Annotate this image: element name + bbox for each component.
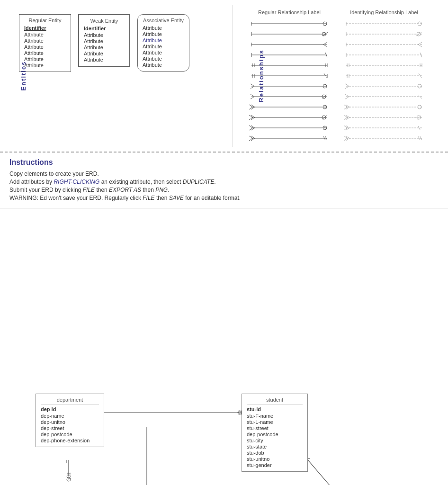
relationships-section: Relationships Regular Relationship Label xyxy=(232,5,443,147)
assoc-attr-2: Attribute xyxy=(143,31,184,37)
svg-line-43 xyxy=(251,117,255,120)
assoc-entity-title: Associative Entity xyxy=(143,18,184,23)
dept-title: department xyxy=(41,397,99,404)
svg-line-25 xyxy=(251,84,254,86)
svg-line-69 xyxy=(418,42,422,45)
svg-line-36 xyxy=(251,105,255,107)
svg-line-89 xyxy=(345,97,349,99)
relationships-label: Relationships xyxy=(258,49,265,102)
dept-attr-3: dep-street xyxy=(41,425,99,431)
dept-attr-5: dep-phone-extension xyxy=(41,438,99,443)
student-title: student xyxy=(247,397,303,404)
svg-line-108 xyxy=(346,128,349,130)
instructions-title: Instructions xyxy=(9,158,439,167)
id-rel-line-7 xyxy=(341,82,427,90)
assoc-attr-6: Attribute xyxy=(143,56,184,62)
id-rel-line-2 xyxy=(341,30,427,38)
weak-entity-box: Weak Entity Identifier Attribute Attribu… xyxy=(78,14,130,67)
export-text: EXPORT AS xyxy=(109,187,141,193)
svg-line-34 xyxy=(249,105,253,107)
svg-line-137 xyxy=(308,460,350,485)
regular-attr-4: Attribute xyxy=(24,50,66,56)
svg-line-70 xyxy=(418,45,422,47)
instruction-1: Copy elements to create your ERD. xyxy=(9,171,439,177)
svg-line-122 xyxy=(238,413,242,414)
svg-line-113 xyxy=(346,136,349,138)
identifying-rel-column: Identifying Relationship Label xyxy=(341,9,427,142)
id-rel-line-8 xyxy=(341,93,427,100)
stu-attr-2: stu-L-name xyxy=(247,419,303,425)
regular-attr-6: Attribute xyxy=(24,63,66,68)
save-text: SAVE xyxy=(169,195,184,201)
svg-line-93 xyxy=(344,107,348,109)
svg-line-85 xyxy=(345,86,349,89)
svg-point-120 xyxy=(238,411,242,414)
svg-line-98 xyxy=(344,115,348,117)
assoc-attr-4: Attribute xyxy=(143,44,184,49)
svg-line-112 xyxy=(344,138,348,141)
regular-entity-title: Regular Entity xyxy=(24,18,66,23)
svg-line-94 xyxy=(346,105,349,107)
weak-entity-title: Weak Entity xyxy=(84,18,125,24)
erd-department[interactable]: department dep id dep-name dep-unitno de… xyxy=(36,394,104,447)
rel-line-2 xyxy=(247,30,332,38)
svg-line-99 xyxy=(344,117,348,120)
svg-line-54 xyxy=(249,136,253,138)
dept-attr-1: dep-name xyxy=(41,413,99,419)
id-rel-line-9 xyxy=(341,103,427,111)
svg-line-126 xyxy=(67,476,69,479)
legend-area: Entities Regular Entity Identifier Attri… xyxy=(0,0,448,153)
rel-line-9 xyxy=(247,103,332,111)
dept-id: dep id xyxy=(41,406,99,412)
entities-label: Entities xyxy=(20,61,27,91)
dept-attr-4: dep-postcode xyxy=(41,431,99,437)
svg-line-127 xyxy=(69,476,71,479)
file-text-1: FILE xyxy=(83,187,95,193)
assoc-attr-1: Attribute xyxy=(143,25,184,31)
weak-attr-5: Attribute xyxy=(84,57,125,63)
id-rel-line-4 xyxy=(341,51,427,59)
weak-attr-2: Attribute xyxy=(84,38,125,44)
regular-attr-1: Attribute xyxy=(24,32,66,37)
svg-line-50 xyxy=(251,128,255,130)
svg-line-40 xyxy=(249,115,253,117)
svg-line-10 xyxy=(323,45,327,47)
regular-attr-5: Attribute xyxy=(24,56,66,62)
assoc-attr-5: Attribute xyxy=(143,50,184,55)
regular-entity-identifier: Identifier xyxy=(24,25,66,31)
stu-attr-1: stu-F-name xyxy=(247,413,303,419)
rel-line-11 xyxy=(247,124,332,132)
rel-columns: Regular Relationship Label xyxy=(247,9,439,142)
stu-attr-4: dep-postcode xyxy=(247,431,303,437)
id-rel-line-3 xyxy=(341,41,427,48)
weak-entity-identifier: Identifier xyxy=(84,26,125,31)
erd-canvas: department dep id dep-name dep-unitno de… xyxy=(0,209,448,485)
svg-point-125 xyxy=(67,477,71,481)
stu-attr-9: stu-gender xyxy=(247,462,303,468)
instruction-3: Submit your ERD by clicking FILE then EX… xyxy=(9,187,439,193)
id-rel-line-11 xyxy=(341,124,427,132)
right-click-text: RIGHT-CLICKING xyxy=(54,179,99,185)
svg-line-84 xyxy=(345,84,349,86)
file-text-2: FILE xyxy=(143,195,154,201)
id-rel-line-12 xyxy=(341,135,427,142)
svg-line-92 xyxy=(344,105,348,107)
svg-line-42 xyxy=(251,115,255,117)
svg-line-100 xyxy=(346,115,349,117)
svg-line-56 xyxy=(251,136,255,138)
entity-boxes: Regular Entity Identifier Attribute Attr… xyxy=(19,14,227,72)
erd-student[interactable]: student stu-id stu-F-name stu-L-name stu… xyxy=(242,394,308,472)
regular-attr-3: Attribute xyxy=(24,44,66,50)
rel-line-10 xyxy=(247,114,332,121)
svg-line-114 xyxy=(346,138,349,141)
weak-attr-3: Attribute xyxy=(84,45,125,50)
instructions-area: Instructions Copy elements to create you… xyxy=(0,153,448,209)
svg-line-111 xyxy=(344,136,348,138)
svg-line-47 xyxy=(249,126,253,128)
dept-attr-2: dep-unitno xyxy=(41,419,99,425)
stu-attr-6: stu-state xyxy=(247,444,303,449)
duplicate-text: DUPLICATE xyxy=(183,179,214,185)
rel-line-1 xyxy=(247,20,332,27)
assoc-attr-3: Attribute xyxy=(143,37,184,43)
id-rel-line-1 xyxy=(341,20,427,27)
